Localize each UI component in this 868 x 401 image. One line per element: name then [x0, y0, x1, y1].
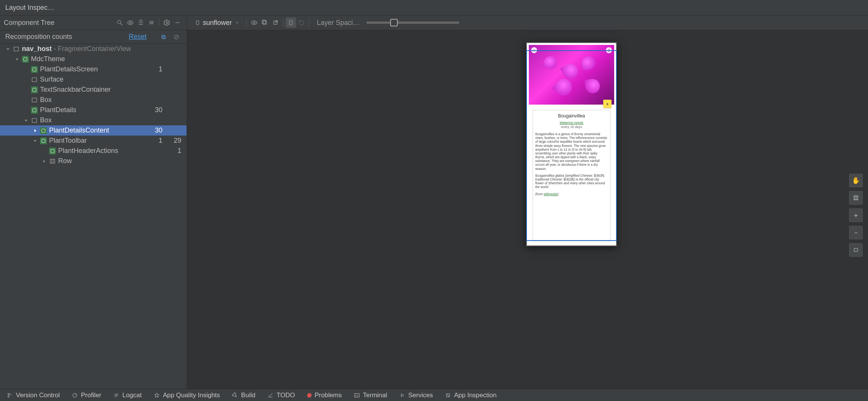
svg-rect-25	[50, 159, 55, 163]
sb-build[interactable]: Build	[232, 392, 255, 399]
tree-node-label: Row	[58, 157, 147, 165]
process-picker[interactable]: sunflower	[191, 19, 244, 27]
back-icon[interactable]: ‹	[531, 47, 537, 53]
tree-row[interactable]: Surface	[0, 74, 187, 85]
tree-row[interactable]: Box	[0, 115, 187, 125]
compose-icon	[30, 106, 39, 114]
tree-row[interactable]: Box	[0, 95, 187, 105]
recomp-count: 1	[147, 65, 162, 73]
search-icon[interactable]	[114, 17, 125, 28]
compose-icon	[39, 126, 48, 135]
recomp-count: 30	[147, 126, 162, 134]
view-icon	[30, 76, 39, 84]
tree-node-label: Box	[40, 116, 147, 124]
svg-point-38	[8, 393, 9, 395]
chevron-icon[interactable]	[32, 129, 38, 133]
right-pane: sunflower Layer Spaci… PlantDetailsConte…	[187, 15, 868, 389]
skip-count	[162, 106, 181, 114]
recomp-count	[147, 147, 162, 155]
refresh-icon[interactable]	[296, 17, 307, 28]
view-icon	[30, 116, 39, 125]
copy-icon[interactable]	[159, 32, 168, 42]
source-link[interactable]: Wikipedia	[544, 192, 558, 196]
device-preview: ‹ ⇪ + Bougainvillea Watering n	[526, 42, 617, 246]
svg-line-50	[446, 394, 449, 397]
recomposition-label: Recomposition counts	[5, 33, 129, 41]
svg-marker-20	[25, 120, 28, 122]
overlay-icon[interactable]	[286, 17, 296, 28]
svg-rect-36	[855, 196, 858, 200]
reset-button[interactable]: Reset	[129, 33, 147, 41]
sb-logcat[interactable]: Logcat	[113, 392, 142, 399]
component-tree-toolbar: Component Tree	[0, 15, 187, 30]
tree-node-label: MdcTheme	[31, 55, 147, 63]
tree-row[interactable]: MdcTheme	[0, 54, 187, 64]
svg-line-14	[175, 35, 178, 39]
skip-count	[162, 65, 181, 73]
chevron-icon[interactable]	[14, 57, 20, 61]
svg-rect-34	[289, 20, 292, 25]
expand-all-icon[interactable]	[136, 17, 146, 28]
chevron-icon[interactable]	[5, 47, 11, 51]
sb-terminal[interactable]: Terminal	[354, 392, 387, 399]
tree-row[interactable]: PlantDetailsContent30	[0, 125, 187, 136]
share-icon[interactable]: ⇪	[606, 47, 612, 53]
chevron-icon[interactable]	[23, 119, 29, 122]
tree-row[interactable]: Row	[0, 156, 187, 166]
layout-canvas[interactable]: PlantDetailsContent 30 ‹ ⇪	[187, 30, 868, 389]
component-tree-label: Component Tree	[4, 19, 114, 27]
tree-row[interactable]: nav_host - FragmentContainerView	[0, 44, 187, 54]
sb-profiler[interactable]: Profiler	[72, 392, 101, 399]
pan-icon[interactable]: ✋	[849, 174, 863, 187]
sb-services[interactable]: Services	[399, 392, 433, 399]
svg-point-0	[117, 20, 121, 24]
add-fab[interactable]: +	[603, 100, 612, 108]
zoom-out-icon[interactable]: －	[849, 226, 863, 239]
live-updates-icon[interactable]	[249, 17, 259, 28]
component-tree[interactable]: nav_host - FragmentContainerViewMdcTheme…	[0, 44, 187, 389]
svg-rect-21	[32, 118, 37, 122]
svg-rect-16	[14, 47, 19, 51]
tree-row[interactable]: PlantDetails30	[0, 105, 187, 115]
svg-marker-24	[43, 160, 45, 163]
layer-spacing-slider[interactable]	[366, 22, 459, 24]
tree-row[interactable]: TextSnackbarContainer	[0, 85, 187, 95]
plant-card: Bougainvillea Watering needs every 16 da…	[533, 110, 610, 241]
watering-heading: Watering needs	[535, 121, 608, 125]
tree-row[interactable]: PlantToolbar129	[0, 136, 187, 146]
left-pane: Component Tree Recomposition counts Rese…	[0, 15, 187, 389]
tree-row[interactable]: PlantHeaderActions1	[0, 146, 187, 156]
sb-todo[interactable]: TODO	[267, 392, 295, 399]
sb-app-quality[interactable]: App Quality Insights	[154, 392, 220, 399]
sb-version-control[interactable]: Version Control	[7, 392, 60, 399]
tree-node-label: Surface	[40, 76, 147, 83]
visibility-icon[interactable]	[125, 17, 136, 28]
svg-rect-19	[32, 98, 37, 102]
plant-description-2: Bougainvillea glabra (simplified Chinese…	[535, 174, 608, 189]
svg-rect-46	[355, 393, 359, 397]
plant-source: (from Wikipedia)	[535, 192, 608, 196]
svg-point-29	[253, 22, 255, 24]
chevron-down-icon	[234, 20, 240, 26]
disable-icon[interactable]	[171, 32, 181, 42]
layer-spacing-label: Layer Spaci…	[317, 19, 360, 27]
zoom-fit-icon[interactable]	[849, 243, 863, 257]
minimize-icon[interactable]	[172, 17, 183, 28]
svg-marker-23	[34, 140, 37, 142]
tree-row[interactable]: PlantDetailsScreen1	[0, 64, 187, 74]
error-dot-icon	[307, 393, 312, 398]
zoom-in-icon[interactable]: ＋	[849, 208, 863, 222]
tree-node-label: Box	[40, 96, 147, 104]
snapshot-icon[interactable]	[259, 17, 270, 28]
sb-problems[interactable]: Problems	[307, 392, 342, 399]
status-bar: Version Control Profiler Logcat App Qual…	[0, 389, 868, 401]
chevron-icon[interactable]	[32, 139, 38, 143]
slider-thumb[interactable]	[390, 19, 398, 26]
settings-gear-icon[interactable]	[162, 17, 172, 28]
view-controls: ✋ ＋ －	[849, 174, 863, 257]
sb-app-inspection[interactable]: App Inspection	[445, 392, 496, 399]
export-icon[interactable]	[270, 17, 281, 28]
collapse-all-icon[interactable]	[146, 17, 157, 28]
layers-icon[interactable]	[849, 191, 863, 205]
chevron-icon[interactable]	[42, 159, 47, 163]
